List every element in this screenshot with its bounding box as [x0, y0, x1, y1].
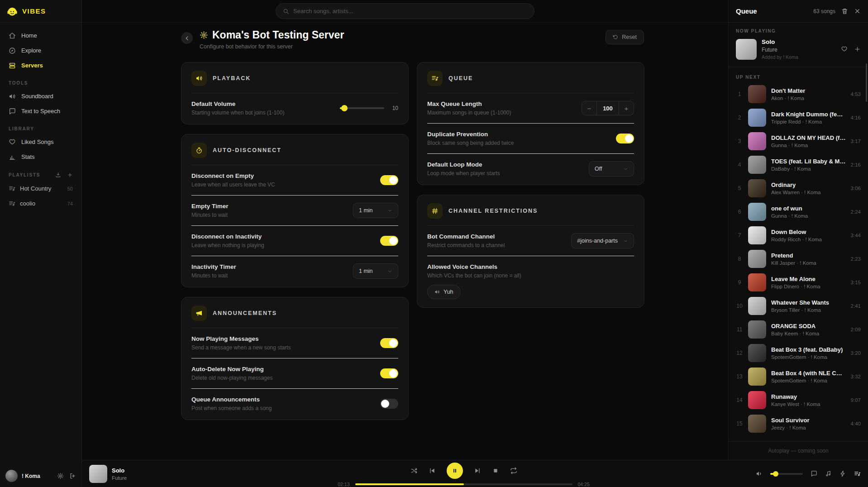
select-value: 1 min [359, 207, 373, 214]
pause-button[interactable] [447, 463, 463, 479]
previous-track-icon[interactable] [429, 467, 436, 474]
volume-icon[interactable] [756, 470, 763, 477]
reset-label: Reset [622, 34, 637, 40]
queue-item-artist: Akon · ! Koma [771, 95, 846, 101]
queue-item-duration: 3:32 [851, 374, 861, 379]
queue-item[interactable]: 15Soul SurvivorJeezy · ! Koma4:40 [729, 412, 868, 435]
queue-scrollbar[interactable] [866, 63, 867, 102]
app-logo[interactable]: VIBES [0, 0, 81, 23]
toggle-on[interactable] [380, 236, 398, 246]
setting-description: Restrict commands to a channel [427, 242, 505, 248]
queue-item-title: Ordinary [771, 181, 846, 188]
sidebar-item-text-to-speech[interactable]: Text to Speech [0, 104, 81, 119]
queue-item[interactable]: 10Whatever She WantsBryson Tiller · ! Ko… [729, 294, 868, 318]
queue-item[interactable]: 7Down BelowRoddy Ricch · ! Koma3:44 [729, 224, 868, 247]
decrement-button[interactable]: − [582, 101, 596, 115]
next-track-icon[interactable] [474, 467, 481, 474]
setting-text: Empty TimerMinutes to wait [191, 203, 229, 218]
queue-item[interactable]: 13Beat Box 4 (with NLE Chopp...SpotemGot… [729, 365, 868, 388]
sidebar-item-servers[interactable]: Servers [0, 58, 81, 73]
select-dropdown[interactable]: Off [589, 161, 634, 177]
queue-item-info: one of wunGunna · ! Koma [771, 205, 846, 219]
sidebar-item-label: Liked Songs [21, 138, 54, 145]
toggle-on[interactable] [380, 338, 398, 348]
queue-item[interactable]: 14RunawayKanye West · ! Koma9:07 [729, 388, 868, 412]
sidebar-item-soundboard[interactable]: Soundboard [0, 89, 81, 104]
queue-item-duration: 3:17 [851, 138, 861, 144]
reset-button[interactable]: Reset [606, 30, 644, 44]
setting-row: Empty TimerMinutes to wait1 min [191, 196, 398, 226]
setting-description: Post when someone adds a song [191, 405, 272, 411]
like-heart-icon[interactable] [841, 46, 848, 53]
repeat-icon[interactable] [510, 467, 517, 474]
search-input[interactable] [293, 8, 527, 14]
player-bar: Solo Future 02:13 04:25 [82, 460, 868, 487]
volume-slider-knob[interactable] [341, 105, 348, 111]
toggle-on[interactable] [616, 134, 634, 143]
queue-item[interactable]: 1Don't MatterAkon · ! Koma4:53 [729, 82, 868, 106]
sidebar-item-liked-songs[interactable]: Liked Songs [0, 134, 81, 149]
queue-item[interactable]: 4TOES (feat. Lil Baby & Mone...DaBaby · … [729, 153, 868, 177]
download-icon[interactable] [55, 172, 61, 178]
toggle-off[interactable] [380, 399, 398, 409]
player-album-art [89, 465, 107, 483]
shuffle-icon[interactable] [410, 467, 418, 474]
queue-item[interactable]: 6one of wunGunna · ! Koma2:24 [729, 200, 868, 224]
playlist-item[interactable]: Hot Country50 [0, 181, 81, 196]
stop-icon[interactable] [492, 467, 499, 474]
playlist-count: 50 [67, 186, 73, 191]
queue-item[interactable]: 3DOLLAZ ON MY HEAD (feat...Gunna · ! Kom… [729, 129, 868, 153]
queue-item[interactable]: 12Beat Box 3 (feat. DaBaby)SpotemGottem … [729, 341, 868, 365]
page-title: Koma's Bot Testing Server [212, 29, 344, 41]
increment-button[interactable]: + [619, 101, 634, 115]
settings-gear-icon[interactable] [57, 473, 64, 479]
lyrics-chat-icon[interactable] [811, 470, 817, 477]
volume-slider-track[interactable] [340, 107, 384, 109]
clear-queue-trash-icon[interactable] [841, 8, 848, 14]
sidebar-item-home[interactable]: Home [0, 28, 81, 43]
queue-list-icon[interactable] [854, 470, 861, 477]
setting-row: Now Playing MessagesSend a message when … [191, 328, 398, 358]
queue-item-duration: 2:24 [851, 209, 861, 215]
toggle-on[interactable] [380, 368, 398, 378]
add-playlist-icon[interactable] [67, 172, 73, 178]
select-dropdown[interactable]: #joins-and-parts [571, 233, 634, 248]
setting-row: Auto-Delete Now PlayingDelete old now-pl… [191, 358, 398, 389]
select-dropdown[interactable]: 1 min [353, 203, 398, 218]
queue-item[interactable]: 2Dark Knight Dummo (feat. T...Trippie Re… [729, 106, 868, 129]
queue-item[interactable]: 11ORANGE SODABaby Keem · ! Koma2:09 [729, 318, 868, 341]
setting-label: Auto-Delete Now Playing [191, 366, 272, 372]
sidebar-section-label: TOOLS [9, 81, 73, 86]
close-queue-icon[interactable] [854, 8, 861, 14]
server-icon [9, 62, 16, 69]
queue-item[interactable]: 5OrdinaryAlex Warren · ! Koma3:06 [729, 177, 868, 200]
toggle-on[interactable] [380, 175, 398, 185]
music-note-icon[interactable] [825, 470, 832, 477]
back-button[interactable] [181, 32, 193, 44]
playlist-icon [431, 75, 439, 82]
setting-label: Duplicate Prevention [427, 131, 514, 138]
card-playback: PLAYBACKDefault VolumeStarting volume wh… [181, 62, 409, 124]
select-dropdown[interactable]: 1 min [353, 263, 398, 279]
queue-item[interactable]: 9Leave Me AloneFlipp Dinero · ! Koma3:15 [729, 271, 868, 294]
progress-bar[interactable] [355, 483, 572, 485]
add-to-playlist-icon[interactable] [854, 46, 861, 53]
queue-item-number: 8 [736, 256, 743, 262]
playlist-count: 74 [67, 201, 73, 206]
setting-label: Queue Announcements [191, 396, 272, 403]
setting-row: Inactivity TimerMinutes to wait1 min [191, 256, 398, 286]
heart-icon [9, 138, 16, 146]
user-avatar[interactable] [5, 470, 18, 482]
volume-knob[interactable] [773, 471, 778, 477]
sidebar-item-explore[interactable]: Explore [0, 43, 81, 58]
volume-slider[interactable] [770, 473, 803, 475]
setting-description: Block same song being added twice [427, 140, 514, 146]
setting-description: Maximum songs in queue (1-1000) [427, 110, 511, 116]
boost-lightning-icon[interactable] [839, 470, 846, 477]
playlist-item[interactable]: coolio74 [0, 196, 81, 211]
queue-item[interactable]: 8PretendKill Jasper · ! Koma2:23 [729, 247, 868, 271]
sidebar-item-stats[interactable]: Stats [0, 149, 81, 164]
voice-channel-chip[interactable]: Yuh [427, 285, 461, 299]
logout-icon[interactable] [69, 473, 76, 479]
card-auto-disconnect: AUTO-DISCONNECTDisconnect on EmptyLeave … [181, 134, 409, 287]
